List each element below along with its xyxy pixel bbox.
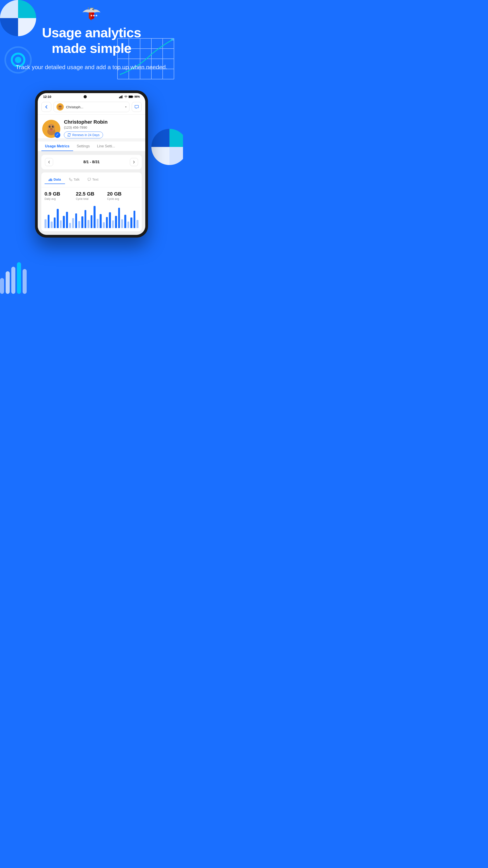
metric-cycle-avg: 20 GB Cycle avg (107, 191, 138, 200)
chart-bar (94, 206, 96, 228)
bar-group (100, 214, 102, 228)
svg-rect-33 (133, 96, 133, 97)
chart-bar (121, 219, 123, 228)
phone-icon (69, 178, 72, 181)
svg-rect-53 (48, 180, 49, 181)
svg-rect-19 (6, 271, 10, 294)
tab-line-settings[interactable]: Line Setti... (93, 142, 119, 151)
chart-bar (115, 216, 117, 228)
svg-point-51 (50, 128, 53, 130)
next-arrow-icon (133, 160, 135, 164)
bar-group (48, 215, 50, 228)
profile-avatar-wrap (42, 120, 60, 138)
tab-usage-metrics[interactable]: Usage Metrics (41, 142, 73, 151)
chart-bar (60, 220, 62, 228)
chart-bar (81, 216, 84, 228)
bar-group (85, 210, 87, 228)
hero-section: Usage analytics made simple Track your d… (0, 25, 183, 72)
chart-bar (85, 210, 87, 228)
chevron-down-icon: ▾ (125, 105, 127, 108)
prev-arrow-icon (48, 160, 50, 164)
battery-percent: 96% (134, 95, 140, 98)
bar-group (57, 209, 59, 228)
contact-name: Christoph... (66, 105, 123, 109)
back-button[interactable] (41, 102, 51, 112)
chart-bar (63, 216, 65, 228)
svg-point-39 (59, 106, 60, 107)
bar-group (106, 217, 108, 228)
next-period-button[interactable] (130, 158, 138, 166)
signal-icon (119, 95, 123, 98)
metric-cycle-total-label: Cycle total (76, 197, 107, 200)
sub-tab-text[interactable]: Text (84, 176, 103, 184)
bar-group (109, 212, 111, 228)
sub-tab-data[interactable]: Data (44, 176, 65, 184)
renew-icon (67, 133, 71, 137)
deco-bars-bottom-left (0, 255, 27, 296)
chart-bar (124, 215, 126, 228)
chart-bar (48, 215, 50, 228)
date-nav: 8/1 - 8/31 (41, 155, 142, 169)
bar-group (103, 222, 105, 228)
bar-group (60, 220, 62, 228)
svg-rect-56 (52, 179, 53, 181)
chart-bar (69, 223, 71, 228)
metric-cycle-total-value: 22.5 GB (76, 191, 107, 197)
chart-bar (54, 217, 56, 228)
chart-bar (136, 220, 138, 228)
bar-group (118, 208, 120, 228)
chart-bar (72, 218, 74, 228)
chart-card: Data Talk Text (41, 173, 142, 231)
bar-group (121, 219, 123, 228)
bar-group (112, 220, 114, 228)
chart-bar (97, 219, 99, 228)
chart-bar (112, 220, 114, 228)
contact-pill[interactable]: Christoph... ▾ (54, 102, 129, 112)
bar-group (44, 219, 46, 228)
sub-tabs-bar: Data Talk Text (41, 173, 142, 184)
profile-section: Christopher Robin (123) 456-7890 Renews … (38, 115, 145, 138)
svg-rect-29 (121, 96, 122, 98)
renew-badge[interactable]: Renews in 24 Days (64, 131, 103, 138)
profile-name: Christopher Robin (64, 119, 141, 125)
bar-group (69, 223, 71, 228)
bar-group (54, 217, 56, 228)
battery-icon (129, 95, 133, 98)
message-icon (134, 105, 139, 109)
sub-tab-talk[interactable]: Talk (65, 176, 84, 184)
chart-bar (75, 213, 77, 228)
tab-settings[interactable]: Settings (73, 142, 94, 151)
bar-group (115, 216, 117, 228)
svg-text:★ ★ ★: ★ ★ ★ (88, 7, 94, 9)
bar-group (94, 206, 96, 228)
bar-group (133, 211, 135, 228)
hero-subtitle: Track your detailed usage and add a top … (13, 63, 169, 72)
message-button[interactable] (132, 102, 142, 112)
bar-group (66, 212, 68, 228)
date-range-label: 8/1 - 8/31 (84, 160, 100, 164)
prev-period-button[interactable] (45, 158, 53, 166)
profile-info: Christopher Robin (123) 456-7890 Renews … (64, 119, 141, 138)
phone-mockup: 12:10 (35, 90, 148, 238)
phone-frame: 12:10 (35, 90, 148, 238)
chart-bar (109, 212, 111, 228)
metric-daily-avg-value: 0.9 GB (44, 191, 76, 197)
nav-bar: Christoph... ▾ (38, 99, 145, 115)
metric-daily-avg-label: Daily avg (44, 197, 76, 200)
deco-pie-bottom-right (149, 127, 183, 167)
bar-group (78, 221, 80, 228)
bar-group (130, 217, 132, 228)
bar-group (91, 215, 93, 228)
svg-point-40 (60, 106, 61, 107)
chart-bar (88, 220, 90, 228)
metric-cycle-total: 22.5 GB Cycle total (76, 191, 107, 200)
bar-chart (41, 204, 142, 231)
front-camera (84, 95, 87, 98)
edit-profile-button[interactable] (55, 132, 60, 138)
svg-rect-32 (129, 96, 132, 98)
chart-bar (133, 211, 135, 228)
status-icons: 96% (119, 95, 140, 98)
svg-rect-18 (0, 278, 4, 294)
chart-bar (130, 217, 132, 228)
wifi-icon (124, 95, 128, 98)
